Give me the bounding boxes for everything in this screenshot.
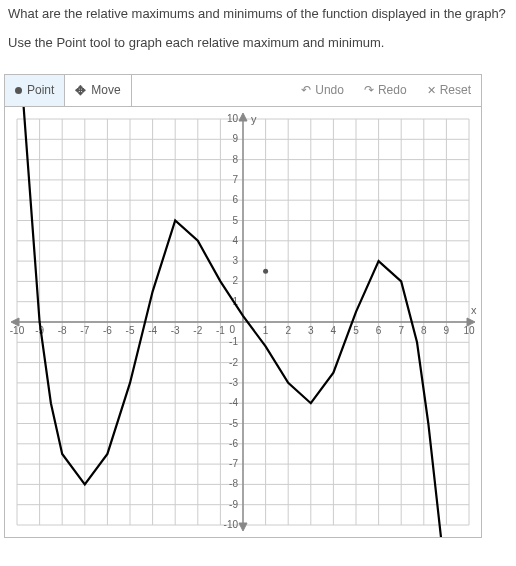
svg-text:5: 5 [232,214,238,225]
svg-text:4: 4 [232,235,238,246]
reset-icon: ✕ [427,84,436,97]
point-icon [15,87,22,94]
svg-text:2: 2 [232,275,238,286]
svg-text:-3: -3 [171,325,180,336]
svg-text:y: y [251,113,257,125]
undo-icon: ↶ [301,83,311,97]
svg-text:10: 10 [463,325,475,336]
graph-applet: Point ✥ Move ↶ Undo ↷ Redo ✕ Reset -10-9… [4,74,482,538]
svg-text:4: 4 [331,325,337,336]
svg-text:10: 10 [227,113,239,124]
svg-text:-7: -7 [229,458,238,469]
plot-svg[interactable]: -10-9-8-7-6-5-4-3-2-1012345678910-10-9-8… [5,107,481,537]
svg-text:-8: -8 [229,478,238,489]
svg-text:-2: -2 [229,356,238,367]
redo-button[interactable]: ↷ Redo [354,75,417,106]
svg-text:-6: -6 [103,325,112,336]
spacer [132,75,292,106]
svg-text:-8: -8 [58,325,67,336]
svg-text:7: 7 [398,325,404,336]
svg-text:-6: -6 [229,438,238,449]
instruction-text: Use the Point tool to graph each relativ… [8,35,508,50]
question-text: What are the relative maximums and minim… [8,6,508,23]
svg-text:1: 1 [263,325,269,336]
svg-point-93 [263,269,268,274]
svg-text:-1: -1 [216,325,225,336]
svg-text:-9: -9 [229,499,238,510]
svg-text:6: 6 [376,325,382,336]
svg-text:-4: -4 [148,325,157,336]
svg-text:5: 5 [353,325,359,336]
svg-text:9: 9 [444,325,450,336]
redo-icon: ↷ [364,83,374,97]
move-tool-button[interactable]: ✥ Move [65,75,131,106]
move-label: Move [91,83,120,97]
svg-text:9: 9 [232,133,238,144]
point-tool-button[interactable]: Point [5,75,65,106]
reset-label: Reset [440,83,471,97]
point-label: Point [27,83,54,97]
svg-text:-10: -10 [10,325,25,336]
redo-label: Redo [378,83,407,97]
undo-label: Undo [315,83,344,97]
svg-text:-5: -5 [126,325,135,336]
svg-text:-2: -2 [193,325,202,336]
svg-text:6: 6 [232,194,238,205]
svg-marker-47 [239,523,247,531]
svg-text:8: 8 [421,325,427,336]
move-icon: ✥ [75,83,86,98]
svg-text:-3: -3 [229,377,238,388]
svg-text:2: 2 [285,325,291,336]
svg-text:7: 7 [232,174,238,185]
svg-text:8: 8 [232,153,238,164]
plot-area[interactable]: -10-9-8-7-6-5-4-3-2-1012345678910-10-9-8… [5,107,481,537]
svg-text:0: 0 [229,324,235,335]
svg-text:-4: -4 [229,397,238,408]
svg-text:x: x [471,304,477,316]
svg-text:-7: -7 [80,325,89,336]
svg-text:3: 3 [232,255,238,266]
svg-text:-10: -10 [224,519,239,530]
svg-text:-1: -1 [229,336,238,347]
svg-text:3: 3 [308,325,314,336]
toolbar: Point ✥ Move ↶ Undo ↷ Redo ✕ Reset [5,75,481,107]
undo-button[interactable]: ↶ Undo [291,75,354,106]
svg-text:-5: -5 [229,417,238,428]
reset-button[interactable]: ✕ Reset [417,75,481,106]
svg-marker-46 [239,113,247,121]
